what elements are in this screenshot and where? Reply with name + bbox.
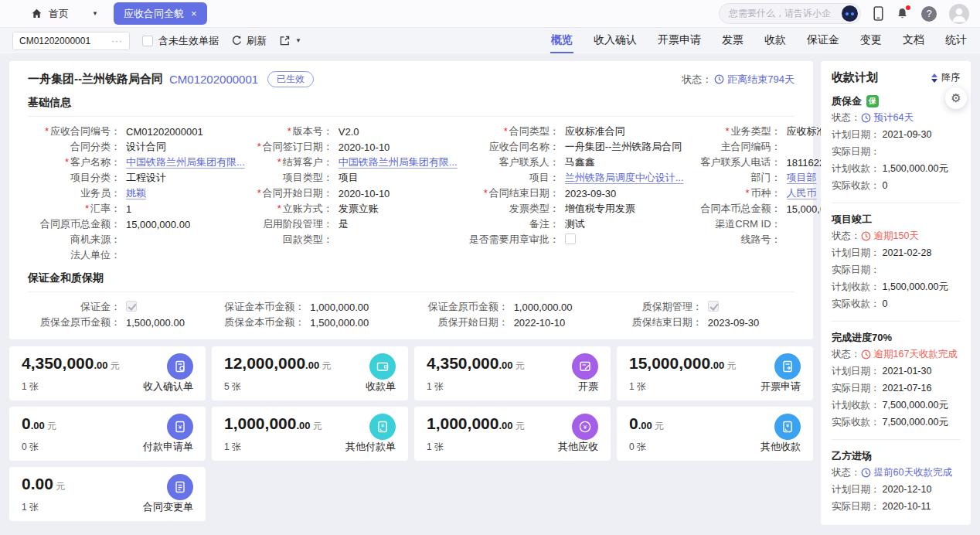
field: *应收合同编号：CM01202000001 bbox=[28, 124, 245, 139]
settlement-customer-link[interactable]: 中国铁路兰州局集团有限... bbox=[339, 155, 458, 169]
tab-income-confirm[interactable]: 收入确认 bbox=[593, 28, 638, 53]
tab-deposit[interactable]: 保证金 bbox=[806, 28, 840, 53]
close-icon[interactable]: × bbox=[191, 8, 197, 19]
card-invoice-request[interactable]: 15,000,000.00元1 张 开票申请 bbox=[617, 346, 813, 400]
card-count: 0 张 bbox=[629, 441, 664, 454]
contract-code-link[interactable]: CM01202000001 bbox=[169, 73, 258, 86]
tab-receivable-contract-overview[interactable]: 应收合同全貌 × bbox=[114, 2, 207, 25]
field: 质保结束日期：2023-09-30 bbox=[611, 315, 795, 330]
contract-change-icon bbox=[167, 474, 193, 500]
contract-countdown: 距离结束794天 bbox=[714, 73, 795, 87]
include-ineffective-label: 含未生效单据 bbox=[158, 34, 219, 48]
card-other-receivable[interactable]: 1,000,000.00元1 张 ¥其他应收 bbox=[414, 407, 611, 461]
avatar[interactable] bbox=[949, 4, 969, 24]
refresh-label: 刷新 bbox=[247, 34, 267, 48]
chevron-down-icon[interactable]: ▼ bbox=[295, 37, 301, 44]
card-amount: 12,000,000.00元 bbox=[224, 354, 331, 373]
checkbox-icon[interactable] bbox=[142, 36, 153, 46]
card-payment-request[interactable]: 0.00元0 张 ¥付款申请单 bbox=[9, 407, 206, 461]
field: *合同类型：应收标准合同 bbox=[464, 124, 684, 139]
field: 保证金原币金额：1,000,000.00 bbox=[413, 299, 605, 315]
field: 质保金本币金额：1,500,000.00 bbox=[223, 315, 406, 330]
home-icon bbox=[31, 8, 43, 19]
plan-status: 逾期167天收款完成 bbox=[861, 348, 958, 361]
card-other-receipt[interactable]: 0.00元0 张 ¥其他收款 bbox=[617, 407, 813, 461]
sort-descending-button[interactable]: 降序 bbox=[931, 71, 960, 84]
assistant-search-input[interactable]: 您需要什么，请告诉小企 bbox=[719, 3, 861, 24]
card-contract-change[interactable]: 0.00元1 张 合同变更单 bbox=[9, 467, 206, 521]
field: 业务员：姚颖 bbox=[28, 186, 245, 201]
more-options-icon[interactable]: ··· bbox=[111, 36, 123, 46]
project-link[interactable]: 兰州铁路局调度中心设计... bbox=[565, 171, 684, 185]
include-ineffective-checkbox[interactable]: 含未生效单据 bbox=[142, 34, 219, 48]
field: *合同开始日期：2020-10-10 bbox=[251, 186, 458, 201]
gear-icon[interactable]: ⚙ bbox=[945, 87, 967, 109]
svg-text:¥: ¥ bbox=[178, 424, 182, 431]
tab-overview[interactable]: 概览 bbox=[550, 28, 573, 53]
department-link[interactable]: 项目部 bbox=[787, 171, 817, 185]
chevron-down-icon[interactable]: ▼ bbox=[92, 10, 98, 17]
plan-status: 逾期150天 bbox=[861, 230, 919, 243]
card-count: 1 张 bbox=[629, 380, 736, 394]
field: *汇率：1 bbox=[28, 201, 245, 216]
field: 合同分类：设计合同 bbox=[28, 139, 245, 155]
top-tab-strip: 首页 ▼ 应收合同全貌 × 您需要什么，请告诉小企 ? bbox=[0, 0, 980, 28]
field: *立账方式：发票立账 bbox=[251, 201, 458, 216]
export-button[interactable]: ▼ bbox=[279, 35, 301, 46]
customer-name-link[interactable]: 中国铁路兰州局集团有限... bbox=[126, 155, 245, 169]
tab-change[interactable]: 变更 bbox=[859, 28, 883, 53]
tab-invoice[interactable]: 发票 bbox=[721, 28, 744, 53]
plan-item-warranty: 质保金保 状态：预计64天 计划日期：2021-09-30 实际日期： 计划收款… bbox=[832, 94, 960, 203]
card-invoice[interactable]: 4,350,000.00元1 张 开票 bbox=[414, 346, 611, 400]
field: *客户名称：中国铁路兰州局集团有限... bbox=[28, 155, 245, 170]
refresh-button[interactable]: 刷新 bbox=[231, 34, 267, 48]
card-amount: 0.00元 bbox=[629, 414, 664, 433]
svg-text:¥: ¥ bbox=[381, 423, 384, 428]
card-amount: 4,350,000.00元 bbox=[427, 354, 525, 373]
tab-statistics[interactable]: 统计 bbox=[944, 28, 968, 53]
card-amount: 15,000,000.00元 bbox=[629, 354, 736, 373]
tab-invoice-request[interactable]: 开票申请 bbox=[657, 28, 702, 53]
assistant-robot-icon[interactable] bbox=[842, 5, 858, 22]
seal-approval-checkbox[interactable] bbox=[565, 233, 576, 244]
sort-label: 降序 bbox=[941, 71, 960, 84]
field: 质保开始日期：2022-10-10 bbox=[413, 315, 605, 330]
field: 法人单位： bbox=[28, 247, 245, 263]
notification-badge bbox=[904, 4, 912, 12]
card-other-payment[interactable]: 1,000,000.00元1 张 ¥其他付款单 bbox=[212, 407, 408, 461]
card-receipt[interactable]: 12,000,000.00元5 张 收款单 bbox=[212, 346, 408, 400]
currency-link[interactable]: 人民币 bbox=[787, 186, 817, 200]
tab-document[interactable]: 文档 bbox=[902, 28, 925, 53]
clock-icon bbox=[714, 74, 724, 84]
tab-collection[interactable]: 收款 bbox=[764, 28, 787, 53]
card-count: 1 张 bbox=[22, 380, 120, 394]
warranty-badge-icon: 保 bbox=[866, 95, 879, 107]
other-receivable-icon: ¥ bbox=[572, 414, 598, 440]
card-label: 开票申请 bbox=[761, 380, 801, 394]
sort-icon bbox=[931, 73, 937, 83]
card-income-confirm[interactable]: 4,350,000.00元1 张 收入确认单 bbox=[9, 346, 206, 400]
card-amount: 4,350,000.00元 bbox=[22, 354, 120, 373]
home-tab[interactable]: 首页 ▼ bbox=[31, 7, 98, 21]
card-label: 开票 bbox=[578, 380, 598, 394]
summary-cards: 4,350,000.00元1 张 收入确认单 12,000,000.00元5 张… bbox=[9, 346, 813, 521]
section-basic-info: 基础信息 bbox=[28, 96, 795, 117]
contract-number-input-wrap: ··· bbox=[12, 32, 130, 50]
status-label: 状态： bbox=[682, 73, 712, 87]
card-count: 5 张 bbox=[224, 380, 331, 394]
card-amount: 0.00元 bbox=[22, 414, 56, 433]
other-receipt-icon: ¥ bbox=[774, 414, 801, 440]
payment-plan-panel: 收款计划 降序 ⚙ 质保金保 状态：预计64天 计划日期：2021-09-30 … bbox=[821, 61, 971, 525]
notification-bell-icon[interactable] bbox=[896, 7, 909, 20]
salesperson-link[interactable]: 姚颖 bbox=[126, 186, 146, 200]
mobile-phone-icon[interactable] bbox=[873, 6, 883, 21]
field: *合同结束日期：2023-09-30 bbox=[464, 186, 684, 201]
field: 商机来源： bbox=[28, 232, 245, 247]
toolbar: ··· 含未生效单据 刷新 ▼ 概览 收入确认 开票申请 发票 收款 保证金 变… bbox=[0, 28, 980, 53]
card-count: 1 张 bbox=[224, 441, 322, 454]
card-amount: 1,000,000.00元 bbox=[427, 414, 525, 433]
contract-number-input[interactable] bbox=[19, 36, 104, 46]
refresh-icon bbox=[231, 35, 243, 46]
help-icon[interactable]: ? bbox=[921, 6, 937, 22]
status-badge: 已生效 bbox=[267, 71, 314, 87]
